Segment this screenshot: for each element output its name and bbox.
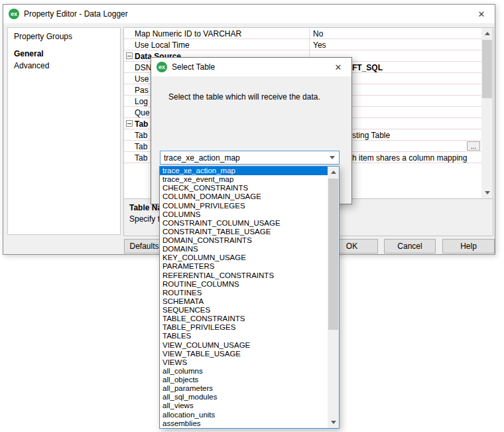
help-button[interactable]: Help xyxy=(442,239,495,253)
close-icon[interactable]: ✕ xyxy=(471,5,492,23)
property-value[interactable]: Yes xyxy=(309,39,481,50)
dropdown-scrollbar[interactable] xyxy=(328,167,339,428)
scroll-down-icon[interactable] xyxy=(481,187,493,198)
table-option[interactable]: all_columns xyxy=(160,367,328,376)
table-option[interactable]: DOMAIN_CONSTRAINTS xyxy=(160,236,328,245)
collapse-icon[interactable] xyxy=(126,52,133,59)
browse-ellipsis-button[interactable]: ... xyxy=(467,141,480,151)
scroll-up-icon[interactable] xyxy=(481,28,493,39)
property-value[interactable]: No xyxy=(309,28,481,38)
close-icon[interactable]: ✕ xyxy=(328,58,349,76)
table-option[interactable]: COLUMN_PRIVILEGES xyxy=(160,202,328,210)
table-combobox[interactable]: trace_xe_action_map xyxy=(160,151,340,165)
table-option[interactable]: KEY_COLUMN_USAGE xyxy=(160,253,328,262)
table-option[interactable]: SCHEMATA xyxy=(160,297,328,306)
table-option[interactable]: assemblies xyxy=(160,419,328,428)
table-option-list: trace_xe_action_maptrace_xe_event_mapCHE… xyxy=(160,167,328,428)
table-option[interactable]: TABLE_PRIVILEGES xyxy=(160,323,328,332)
defaults-button[interactable]: Defaults xyxy=(124,239,164,253)
table-option[interactable]: CONSTRAINT_TABLE_USAGE xyxy=(160,228,328,236)
table-option[interactable]: CHECK_CONSTRAINTS xyxy=(160,184,328,192)
table-dropdown-popup: trace_xe_action_maptrace_xe_event_mapCHE… xyxy=(159,166,340,429)
app-logo-icon: ex xyxy=(9,9,19,19)
table-option[interactable]: TABLES xyxy=(160,332,328,340)
main-titlebar[interactable]: ex Property Editor - Data Logger ✕ xyxy=(3,5,495,23)
table-option[interactable]: VIEWS xyxy=(160,358,328,367)
table-option[interactable]: DOMAINS xyxy=(160,245,328,253)
table-option[interactable]: all_views xyxy=(160,401,328,410)
property-name[interactable]: Map Numeric ID to VARCHAR xyxy=(124,28,309,38)
table-option[interactable]: COLUMN_DOMAIN_USAGE xyxy=(160,192,328,201)
group-item-general[interactable]: General xyxy=(14,49,114,58)
scroll-up-icon[interactable] xyxy=(328,167,339,178)
grid-scrollbar[interactable] xyxy=(481,28,493,198)
dialog-title: Select Table xyxy=(172,62,215,72)
table-option[interactable]: VIEW_COLUMN_USAGE xyxy=(160,341,328,350)
window-title: Property Editor - Data Logger xyxy=(24,9,128,19)
scroll-down-icon[interactable] xyxy=(328,417,339,428)
table-option[interactable]: CONSTRAINT_COLUMN_USAGE xyxy=(160,219,328,228)
property-name[interactable]: Use Local Time xyxy=(124,39,309,50)
property-row[interactable]: Map Numeric ID to VARCHAR No xyxy=(124,28,481,39)
table-option[interactable]: all_sql_modules xyxy=(160,393,328,401)
table-option[interactable]: all_objects xyxy=(160,376,328,384)
table-option[interactable]: trace_xe_event_map xyxy=(160,175,328,184)
property-row[interactable]: Use Local Time Yes xyxy=(124,39,481,50)
table-option[interactable]: ROUTINE_COLUMNS xyxy=(160,280,328,289)
table-option[interactable]: all_parameters xyxy=(160,384,328,393)
chevron-down-icon[interactable] xyxy=(326,156,339,159)
table-option[interactable]: SEQUENCES xyxy=(160,306,328,315)
table-option[interactable]: COLUMNS xyxy=(160,210,328,219)
property-groups-heading: Property Groups xyxy=(14,32,114,41)
group-item-advanced[interactable]: Advanced xyxy=(14,61,114,70)
table-option[interactable]: ROUTINES xyxy=(160,289,328,297)
dialog-message: Select the table which will receive the … xyxy=(168,92,320,102)
table-option[interactable]: allocation_units xyxy=(160,411,328,419)
dialog-titlebar[interactable]: ex Select Table ✕ xyxy=(151,58,351,76)
combobox-value[interactable]: trace_xe_action_map xyxy=(160,153,326,163)
table-option[interactable]: trace_xe_action_map xyxy=(160,167,328,175)
app-logo-icon: ex xyxy=(157,62,167,72)
property-groups-panel: Property Groups General Advanced xyxy=(7,27,121,235)
table-option[interactable]: TABLE_CONSTRAINTS xyxy=(160,315,328,323)
table-option[interactable]: REFERENTIAL_CONSTRAINTS xyxy=(160,271,328,280)
table-option[interactable]: VIEW_TABLE_USAGE xyxy=(160,350,328,358)
scrollbar-thumb[interactable] xyxy=(482,40,492,98)
scrollbar-thumb[interactable] xyxy=(328,179,338,330)
table-option[interactable]: PARAMETERS xyxy=(160,262,328,271)
collapse-icon[interactable] xyxy=(126,120,133,127)
cancel-button[interactable]: Cancel xyxy=(384,239,436,253)
